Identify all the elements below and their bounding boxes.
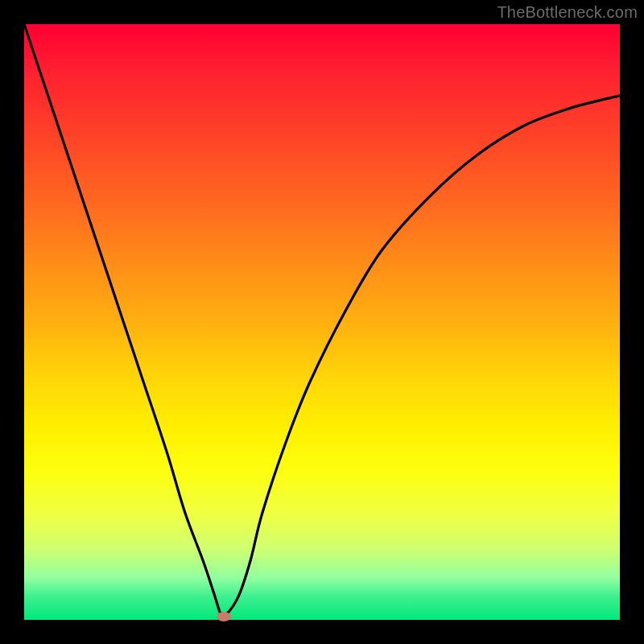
optimum-marker <box>217 612 231 621</box>
watermark-text: TheBottleneck.com <box>497 3 638 22</box>
curve-path <box>24 24 620 616</box>
chart-frame: TheBottleneck.com <box>0 0 644 644</box>
plot-area <box>24 24 620 620</box>
bottleneck-curve <box>24 24 620 620</box>
